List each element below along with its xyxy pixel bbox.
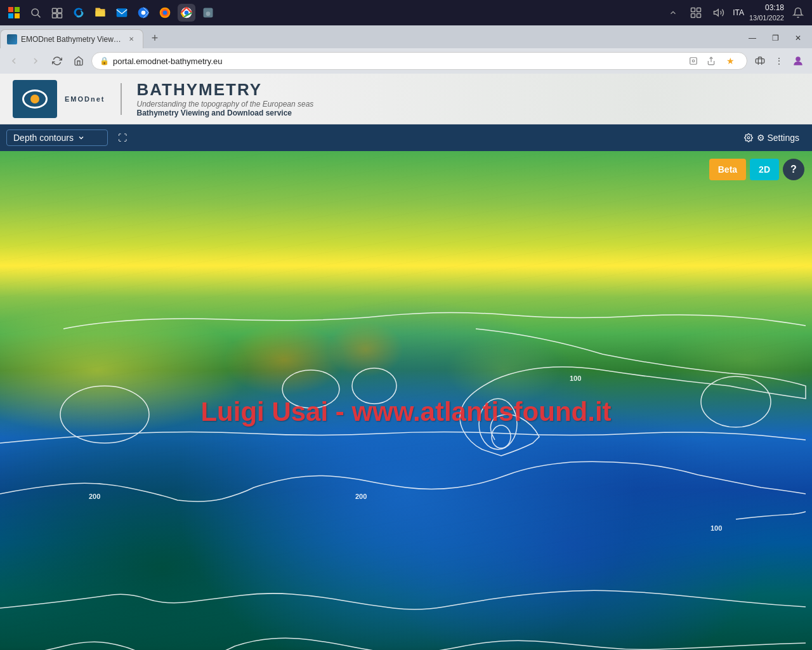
svg-rect-20: [691, 8, 695, 11]
svg-marker-24: [714, 10, 719, 17]
svg-point-31: [282, 370, 339, 408]
svg-rect-2: [8, 13, 13, 18]
share-icon[interactable]: [704, 53, 719, 69]
profile-icon[interactable]: [789, 52, 807, 70]
map-toolbar: Depth contours ⛶ ⚙ Settings: [0, 124, 812, 151]
taskbar-right: ITA 03:18 13/01/2022: [664, 3, 807, 22]
forward-button[interactable]: [27, 52, 44, 70]
firefox-taskbar-icon[interactable]: [156, 4, 174, 22]
svg-text:100: 100: [710, 524, 722, 532]
svg-point-15: [163, 11, 167, 15]
svg-point-33: [479, 399, 517, 449]
bookmark-icon[interactable]: ★: [721, 52, 739, 70]
taskbar-left: [5, 4, 664, 22]
tab-bar: EMODnet Bathymetry Viewing a… ✕ + — ❐ ✕: [0, 25, 812, 48]
svg-rect-22: [691, 13, 695, 17]
svg-rect-3: [15, 13, 20, 18]
site-title-block: BATHYMETRY Understanding the topography …: [137, 80, 314, 117]
window-controls: — ❐ ✕: [741, 29, 809, 47]
svg-rect-7: [58, 8, 62, 13]
screen-capture-icon[interactable]: [686, 53, 701, 69]
chrome-taskbar-icon[interactable]: [178, 4, 195, 22]
maximize-button[interactable]: ❐: [764, 29, 787, 47]
svg-rect-8: [53, 14, 57, 18]
site-header: EMODnet BATHYMETRY Understanding the top…: [0, 74, 812, 124]
svg-point-29: [747, 136, 750, 139]
date-display: 13/01/2022: [749, 13, 784, 22]
edge-taskbar-icon[interactable]: [70, 4, 88, 22]
svg-point-26: [692, 60, 695, 62]
tray-up-icon[interactable]: [664, 4, 682, 22]
logo-divider: [121, 83, 122, 115]
active-tab[interactable]: EMODnet Bathymetry Viewing a… ✕: [0, 29, 143, 48]
minimize-button[interactable]: —: [741, 29, 764, 47]
tab-close-button[interactable]: ✕: [126, 34, 136, 44]
svg-rect-1: [15, 7, 20, 12]
time-display: 03:18: [749, 3, 784, 13]
language-indicator[interactable]: ITA: [733, 8, 744, 17]
depth-contours-dropdown[interactable]: Depth contours: [6, 129, 108, 146]
logo-icon: [13, 80, 57, 118]
url-bar-actions: ★: [686, 52, 739, 70]
extensions-icon[interactable]: [751, 52, 769, 70]
svg-text:100: 100: [570, 375, 581, 382]
mail-taskbar-icon[interactable]: [113, 4, 131, 22]
emodnet-logo: EMODnet: [13, 80, 105, 118]
settings-gear-icon: [744, 133, 753, 142]
address-bar: 🔒 portal.emodnet-bathymetry.eu ★ ⋮: [0, 48, 812, 74]
chrome-menu-icon[interactable]: ⋮: [770, 52, 788, 70]
svg-point-4: [32, 9, 39, 16]
settings-label: ⚙ Settings: [757, 133, 799, 143]
beta-button[interactable]: Beta: [709, 159, 746, 180]
reload-button[interactable]: [48, 52, 66, 70]
svg-point-32: [352, 368, 396, 404]
depth-contours-label: Depth contours: [13, 133, 74, 143]
taskview-icon[interactable]: [48, 4, 66, 22]
back-button[interactable]: [5, 52, 23, 70]
close-button[interactable]: ✕: [787, 29, 809, 47]
svg-rect-0: [8, 7, 13, 12]
svg-rect-6: [53, 8, 57, 13]
url-bar[interactable]: 🔒 portal.emodnet-bathymetry.eu ★: [91, 52, 747, 70]
clock[interactable]: 03:18 13/01/2022: [749, 3, 784, 22]
svg-rect-23: [697, 13, 701, 17]
tab-title: EMODnet Bathymetry Viewing a…: [21, 35, 122, 44]
url-text: portal.emodnet-bathymetry.eu: [113, 56, 682, 66]
logo-eye: [22, 90, 48, 109]
site-title: BATHYMETRY: [137, 80, 314, 100]
taskbar: ITA 03:18 13/01/2022: [0, 0, 812, 25]
lock-icon: 🔒: [100, 56, 109, 65]
expand-button[interactable]: ⛶: [113, 128, 132, 147]
notifications-icon[interactable]: [789, 4, 807, 22]
files-taskbar-icon[interactable]: [91, 4, 109, 22]
logo-emodnet-text: EMODnet: [65, 95, 105, 103]
svg-rect-9: [58, 14, 62, 18]
browser-chrome: EMODnet Bathymetry Viewing a… ✕ + — ❐ ✕ …: [0, 25, 812, 74]
site-subtitle: Understanding the topography of the Euro…: [137, 100, 314, 109]
2d-button[interactable]: 2D: [750, 159, 779, 180]
contour-lines-svg: 100 200 200 100 500 1000 1000 200 500 50…: [0, 151, 812, 650]
help-button[interactable]: ?: [783, 159, 804, 180]
dropdown-chevron: [77, 134, 85, 142]
volume-icon[interactable]: [710, 4, 728, 22]
home-button[interactable]: [70, 52, 88, 70]
svg-point-12: [141, 11, 146, 15]
network-icon[interactable]: [687, 4, 705, 22]
new-tab-button[interactable]: +: [146, 29, 164, 47]
settings-button[interactable]: ⚙ Settings: [738, 130, 806, 145]
map-container[interactable]: 100 200 200 100 500 1000 1000 200 500 50…: [0, 151, 812, 650]
browser-toolbar-right: ⋮: [751, 52, 807, 70]
unknown-app-icon[interactable]: [199, 4, 217, 22]
svg-point-34: [492, 425, 511, 448]
svg-line-5: [37, 15, 40, 17]
svg-rect-25: [690, 58, 697, 65]
tab-favicon: [7, 34, 17, 44]
svg-text:200: 200: [355, 493, 367, 500]
browser-ext-icon[interactable]: [134, 4, 152, 22]
svg-rect-21: [697, 8, 701, 11]
search-taskbar-icon[interactable]: [27, 4, 44, 22]
windows-icon[interactable]: [5, 4, 23, 22]
svg-text:200: 200: [89, 493, 100, 500]
map-btn-group: Beta 2D ?: [709, 159, 804, 180]
svg-point-28: [796, 56, 801, 62]
